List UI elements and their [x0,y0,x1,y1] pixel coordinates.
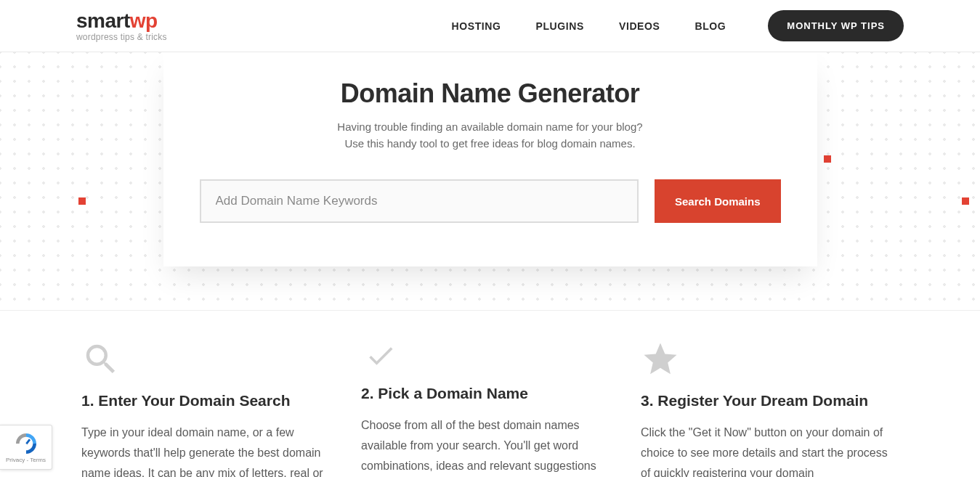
page-subtitle-line1: Having trouble finding an available doma… [200,119,781,136]
generator-card: Domain Name Generator Having trouble fin… [163,52,817,266]
recaptcha-icon [15,432,38,455]
check-icon [361,340,619,372]
step-text: Type in your ideal domain name, or a few… [81,423,339,477]
main-nav: HOSTING PLUGINS VIDEOS BLOG MONTHLY WP T… [452,10,904,41]
step-text: Click the "Get it Now" button on your do… [641,423,899,477]
site-header: smartwp wordpress tips & tricks HOSTING … [0,0,980,52]
logo-text-smart: smart [76,9,130,32]
accent-dot-icon [824,155,831,163]
logo-tagline: wordpress tips & tricks [76,33,167,41]
logo[interactable]: smartwp wordpress tips & tricks [76,11,167,41]
step-title: 1. Enter Your Domain Search [81,392,339,409]
step-text: Choose from all of the best domain names… [361,415,619,476]
search-row: Search Domains [200,179,781,223]
hero-section: Domain Name Generator Having trouble fin… [0,52,980,311]
nav-blog[interactable]: BLOG [694,20,726,32]
page-subtitle-line2: Use this handy tool to get free ideas fo… [200,136,781,152]
logo-text: smartwp [76,11,167,31]
recaptcha-links[interactable]: Privacy - Terms [6,457,46,463]
accent-dot-icon [78,197,86,205]
domain-keywords-input[interactable] [200,179,639,223]
step-title: 3. Register Your Dream Domain [641,392,899,409]
step-2: 2. Pick a Domain Name Choose from all of… [361,340,619,477]
nav-videos[interactable]: VIDEOS [619,20,660,32]
search-domains-button[interactable]: Search Domains [655,179,781,223]
accent-dot-icon [962,197,969,205]
recaptcha-badge[interactable]: Privacy - Terms [0,425,52,470]
nav-plugins[interactable]: PLUGINS [536,20,584,32]
step-3: 3. Register Your Dream Domain Click the … [641,340,899,477]
monthly-tips-button[interactable]: MONTHLY WP TIPS [768,10,904,41]
step-title: 2. Pick a Domain Name [361,385,619,402]
step-1: 1. Enter Your Domain Search Type in your… [81,340,339,477]
logo-text-wp: wp [130,9,158,32]
star-icon [641,340,899,379]
nav-hosting[interactable]: HOSTING [452,20,501,32]
steps-section: 1. Enter Your Domain Search Type in your… [0,311,980,477]
page-title: Domain Name Generator [200,78,781,109]
search-icon [81,340,339,379]
